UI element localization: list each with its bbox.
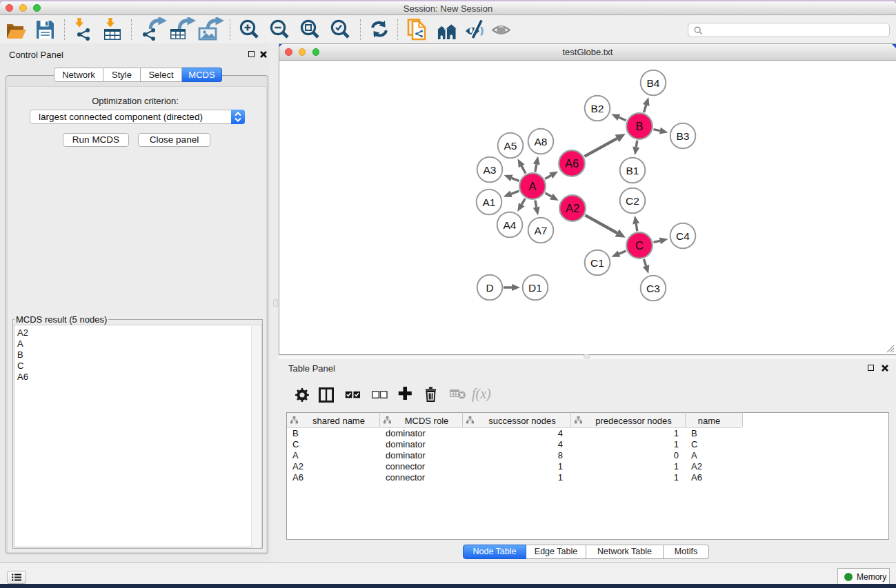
svg-text:A8: A8 [535,136,548,148]
svg-text:C2: C2 [626,195,639,207]
svg-text:A7: A7 [535,225,548,236]
svg-text:C3: C3 [646,283,660,294]
svg-text:A: A [528,180,536,192]
svg-text:A4: A4 [504,219,517,231]
svg-text:D1: D1 [528,282,542,294]
svg-text:C: C [635,239,644,252]
svg-text:B1: B1 [626,165,639,176]
svg-text:B4: B4 [647,77,660,89]
svg-text:A6: A6 [565,157,579,170]
svg-text:A5: A5 [504,140,517,152]
svg-text:A1: A1 [483,196,496,208]
svg-text:A3: A3 [484,164,497,176]
svg-text:B3: B3 [677,130,690,142]
svg-text:D: D [486,282,493,294]
svg-text:C4: C4 [676,230,690,242]
svg-text:A2: A2 [566,202,579,214]
svg-text:B: B [635,120,643,132]
svg-text:B2: B2 [591,103,604,114]
svg-text:C1: C1 [590,257,604,269]
